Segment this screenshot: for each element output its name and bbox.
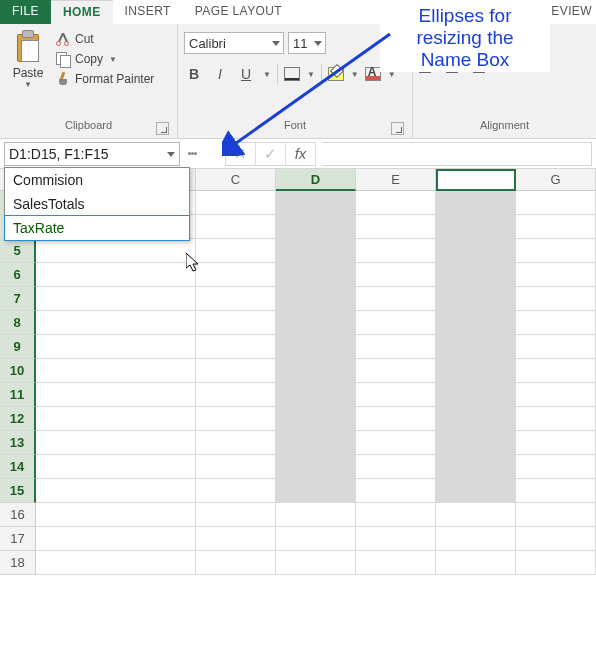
- row-header-12[interactable]: 12: [0, 407, 36, 431]
- row-header-7[interactable]: 7: [0, 287, 36, 311]
- row-header-9[interactable]: 9: [0, 335, 36, 359]
- cell-G4[interactable]: [516, 215, 596, 239]
- cell-D17[interactable]: [276, 527, 356, 551]
- cell-E5[interactable]: [356, 239, 436, 263]
- tab-insert[interactable]: INSERT: [113, 0, 183, 24]
- row-header-5[interactable]: 5: [0, 239, 36, 263]
- cell-D7[interactable]: [276, 287, 356, 311]
- cell-E7[interactable]: [356, 287, 436, 311]
- name-option-2[interactable]: TaxRate: [4, 215, 190, 241]
- cell-F18[interactable]: [436, 551, 516, 575]
- cell-G18[interactable]: [516, 551, 596, 575]
- cell-F11[interactable]: [436, 383, 516, 407]
- cell-E10[interactable]: [356, 359, 436, 383]
- cell-C11[interactable]: [196, 383, 276, 407]
- cell-E4[interactable]: [356, 215, 436, 239]
- cell-G11[interactable]: [516, 383, 596, 407]
- cell-F17[interactable]: [436, 527, 516, 551]
- italic-button[interactable]: I: [210, 66, 230, 82]
- cell-D6[interactable]: [276, 263, 356, 287]
- copy-button[interactable]: Copy ▼: [56, 52, 154, 66]
- row-header-10[interactable]: 10: [0, 359, 36, 383]
- font-size-combo[interactable]: 11: [288, 32, 326, 54]
- cell-G5[interactable]: [516, 239, 596, 263]
- formula-input[interactable]: [322, 142, 592, 166]
- cell-C10[interactable]: [196, 359, 276, 383]
- row-header-18[interactable]: 18: [0, 551, 36, 575]
- font-color-button[interactable]: [365, 67, 381, 81]
- active-cell-F1[interactable]: [436, 169, 516, 191]
- cell-F14[interactable]: [436, 455, 516, 479]
- cell-D13[interactable]: [276, 431, 356, 455]
- cell-E8[interactable]: [356, 311, 436, 335]
- cell-F12[interactable]: [436, 407, 516, 431]
- cell-C13[interactable]: [196, 431, 276, 455]
- name-option-0[interactable]: Commision: [5, 168, 189, 192]
- cell-G3[interactable]: [516, 191, 596, 215]
- row-header-11[interactable]: 11: [0, 383, 36, 407]
- cell-F15[interactable]: [436, 479, 516, 503]
- paste-dropdown-icon[interactable]: ▼: [24, 80, 32, 89]
- row-header-17[interactable]: 17: [0, 527, 36, 551]
- cell-C8[interactable]: [196, 311, 276, 335]
- cell-C6[interactable]: [196, 263, 276, 287]
- cell-C18[interactable]: [196, 551, 276, 575]
- cell-G15[interactable]: [516, 479, 596, 503]
- cell-D9[interactable]: [276, 335, 356, 359]
- cell-F16[interactable]: [436, 503, 516, 527]
- cell-D10[interactable]: [276, 359, 356, 383]
- cell-D15[interactable]: [276, 479, 356, 503]
- cell-G9[interactable]: [516, 335, 596, 359]
- copy-dropdown-icon[interactable]: ▼: [109, 55, 117, 64]
- cell-F13[interactable]: [436, 431, 516, 455]
- cell-E17[interactable]: [356, 527, 436, 551]
- font-dialog-launcher[interactable]: [391, 122, 404, 135]
- font-name-combo[interactable]: Calibri: [184, 32, 284, 54]
- cell-C14[interactable]: [196, 455, 276, 479]
- cell-C7[interactable]: [196, 287, 276, 311]
- cell-F4[interactable]: [436, 215, 516, 239]
- cell-F7[interactable]: [436, 287, 516, 311]
- cell-F5[interactable]: [436, 239, 516, 263]
- cell-D16[interactable]: [276, 503, 356, 527]
- cell-E16[interactable]: [356, 503, 436, 527]
- cell-D8[interactable]: [276, 311, 356, 335]
- tab-home[interactable]: HOME: [51, 0, 113, 24]
- row-header-13[interactable]: 13: [0, 431, 36, 455]
- name-box-input[interactable]: [5, 146, 179, 162]
- cell-E9[interactable]: [356, 335, 436, 359]
- cell-C16[interactable]: [196, 503, 276, 527]
- cell-D5[interactable]: [276, 239, 356, 263]
- cell-D4[interactable]: [276, 215, 356, 239]
- cell-F9[interactable]: [436, 335, 516, 359]
- cell-E12[interactable]: [356, 407, 436, 431]
- cell-G10[interactable]: [516, 359, 596, 383]
- bold-button[interactable]: B: [184, 66, 204, 82]
- cell-C15[interactable]: [196, 479, 276, 503]
- enter-formula-button[interactable]: ✓: [256, 143, 286, 165]
- name-box-dropdown-icon[interactable]: [167, 152, 175, 157]
- row-header-14[interactable]: 14: [0, 455, 36, 479]
- cell-C3[interactable]: [196, 191, 276, 215]
- cell-E18[interactable]: [356, 551, 436, 575]
- row-header-15[interactable]: 15: [0, 479, 36, 503]
- paste-button[interactable]: Paste ▼: [6, 28, 50, 118]
- col-header-C[interactable]: C: [196, 169, 276, 191]
- cut-button[interactable]: Cut: [56, 32, 154, 46]
- cell-E14[interactable]: [356, 455, 436, 479]
- row-header-6[interactable]: 6: [0, 263, 36, 287]
- cell-D11[interactable]: [276, 383, 356, 407]
- underline-button[interactable]: U: [236, 66, 256, 82]
- cell-G14[interactable]: [516, 455, 596, 479]
- tab-file[interactable]: FILE: [0, 0, 51, 24]
- fill-dropdown-icon[interactable]: ▼: [351, 70, 359, 79]
- insert-function-button[interactable]: fx: [286, 143, 316, 165]
- format-painter-button[interactable]: Format Painter: [56, 72, 154, 86]
- clipboard-dialog-launcher[interactable]: [156, 122, 169, 135]
- cell-G12[interactable]: [516, 407, 596, 431]
- cell-G16[interactable]: [516, 503, 596, 527]
- cell-C4[interactable]: [196, 215, 276, 239]
- fill-color-button[interactable]: [328, 67, 344, 81]
- cell-G17[interactable]: [516, 527, 596, 551]
- row-header-16[interactable]: 16: [0, 503, 36, 527]
